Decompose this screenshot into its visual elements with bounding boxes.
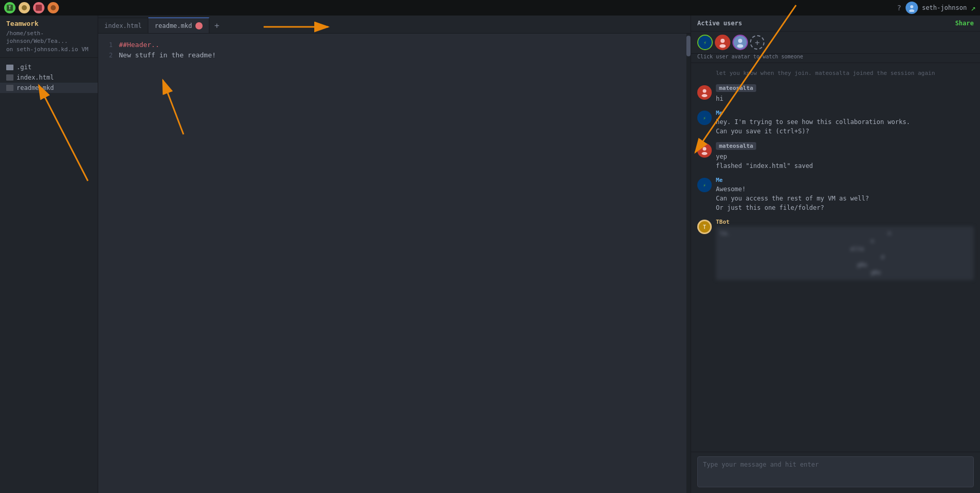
svg-text:⚡: ⚡ bbox=[703, 116, 706, 121]
folder-icon bbox=[6, 65, 13, 70]
app-icon-yellow[interactable] bbox=[19, 2, 30, 13]
svg-point-15 bbox=[737, 44, 743, 48]
share-arrow-icon[interactable]: ↗ bbox=[971, 3, 976, 13]
topbar: T ? seth-johnson ↗ bbox=[0, 0, 980, 16]
username-display: seth-johnson bbox=[922, 4, 967, 11]
share-button[interactable]: Share bbox=[955, 20, 974, 27]
msg-text-hi: hi bbox=[716, 94, 974, 103]
msg-avatar-me2: ⚡ bbox=[697, 178, 712, 192]
tab-readme-mkd[interactable]: readme.mkd bbox=[148, 18, 209, 33]
chat-message-tbot: T TBot ta. n n bbox=[691, 217, 980, 282]
tab-avatar bbox=[195, 22, 203, 29]
topbar-avatar[interactable] bbox=[906, 2, 918, 14]
topbar-right: ? seth-johnson ↗ bbox=[897, 2, 976, 14]
msg-name-tbot: TBot bbox=[716, 219, 974, 225]
chat-message-yep: mateosalta yepflashed "index.html" saved bbox=[691, 140, 980, 173]
tbot-blurred-content: ta. n n alta bbox=[716, 226, 974, 280]
active-users-label: Active users bbox=[697, 20, 742, 27]
svg-point-22 bbox=[703, 147, 707, 150]
sidebar-item-readme-mkd[interactable]: readme.mkd bbox=[0, 83, 98, 93]
code-line-1: 1 ##Header.. bbox=[98, 40, 691, 50]
chat-message-me2: ⚡ Me Awesome!Can you access the rest of … bbox=[691, 175, 980, 214]
svg-text:⚡: ⚡ bbox=[703, 40, 707, 45]
msg-avatar-tbot: T bbox=[697, 220, 712, 234]
sidebar-title: Teamwork bbox=[6, 20, 91, 27]
svg-point-17 bbox=[703, 89, 707, 93]
sidebar-header: Teamwork /home/seth-johnson/Web/Tea... o… bbox=[0, 16, 98, 58]
chat-header: Active users Share bbox=[691, 16, 980, 32]
msg-avatar-other1 bbox=[697, 85, 712, 100]
svg-point-18 bbox=[702, 94, 708, 97]
svg-point-23 bbox=[702, 152, 708, 155]
svg-point-14 bbox=[738, 39, 742, 43]
chat-input[interactable] bbox=[697, 456, 974, 487]
sender-bubble: mateosalta bbox=[716, 84, 756, 92]
tab-index-html[interactable]: index.html bbox=[98, 18, 148, 33]
svg-text:⚡: ⚡ bbox=[703, 183, 706, 188]
svg-text:T: T bbox=[9, 6, 11, 10]
app-icon-green[interactable]: T bbox=[4, 2, 16, 13]
msg-text-yep: yepflashed "index.html" saved bbox=[716, 152, 974, 171]
chat-message-me1: ⚡ Me hey. I'm trying to see how this col… bbox=[691, 107, 980, 138]
sidebar-item-index-html[interactable]: index.html bbox=[0, 72, 98, 83]
msg-name-other1: mateosalta bbox=[716, 84, 974, 93]
svg-point-2 bbox=[22, 5, 27, 10]
system-message: let you know when they join. mateosalta … bbox=[691, 67, 980, 80]
svg-point-4 bbox=[51, 5, 56, 10]
sender-bubble-2: mateosalta bbox=[716, 142, 756, 150]
editor-content[interactable]: 1 ##Header.. 2 New stuff in the readme! bbox=[98, 34, 691, 493]
app-icon-red[interactable] bbox=[33, 2, 44, 13]
help-icon[interactable]: ? bbox=[897, 4, 901, 12]
file-icon bbox=[6, 74, 13, 81]
chat-messages[interactable]: let you know when they join. mateosalta … bbox=[691, 63, 980, 452]
svg-rect-3 bbox=[36, 5, 42, 11]
tabs-bar: index.html readme.mkd + bbox=[98, 16, 691, 34]
avatar-user3[interactable] bbox=[732, 35, 748, 50]
svg-point-6 bbox=[910, 5, 913, 8]
msg-text-me2: Awesome!Can you access the rest of my VM… bbox=[716, 184, 974, 212]
app-icon-orange[interactable] bbox=[48, 2, 59, 13]
editor-scrollbar[interactable] bbox=[686, 34, 691, 493]
msg-name-me2: Me bbox=[716, 177, 974, 183]
msg-text-me1: hey. I'm trying to see how this collabor… bbox=[716, 117, 974, 136]
msg-avatar-other2 bbox=[697, 143, 712, 158]
editor-area: index.html readme.mkd + 1 ##Header.. 2 N… bbox=[98, 16, 691, 493]
watch-hint: Click user avatar to watch someone bbox=[691, 54, 980, 63]
editor-scrollbar-thumb bbox=[686, 36, 691, 56]
chat-panel: Active users Share ⚡ + Click user avatar… bbox=[691, 16, 980, 493]
avatar-user2[interactable] bbox=[715, 35, 730, 50]
topbar-app-icons: T bbox=[4, 2, 59, 13]
chat-input-area bbox=[691, 452, 980, 493]
file-icon bbox=[6, 85, 13, 91]
tab-add-button[interactable]: + bbox=[209, 18, 225, 33]
svg-text:T: T bbox=[703, 224, 706, 230]
avatar-user1[interactable]: ⚡ bbox=[697, 35, 713, 50]
main-layout: Teamwork /home/seth-johnson/Web/Tea... o… bbox=[0, 16, 980, 493]
avatar-add-button[interactable]: + bbox=[750, 35, 764, 50]
msg-avatar-me1: ⚡ bbox=[697, 111, 712, 125]
sidebar-item-git[interactable]: .git bbox=[0, 62, 98, 72]
code-line-2: 2 New stuff in the readme! bbox=[98, 50, 691, 60]
msg-name-other2: mateosalta bbox=[716, 142, 974, 151]
svg-point-11 bbox=[721, 39, 725, 43]
sidebar-path: /home/seth-johnson/Web/Tea... on seth-jo… bbox=[6, 29, 91, 53]
sidebar-files: .git index.html readme.mkd bbox=[0, 58, 98, 493]
avatars-row: ⚡ + bbox=[691, 32, 980, 54]
msg-name-me1: Me bbox=[716, 110, 974, 116]
sidebar: Teamwork /home/seth-johnson/Web/Tea... o… bbox=[0, 16, 98, 493]
chat-message-hi: mateosalta hi bbox=[691, 82, 980, 105]
svg-point-12 bbox=[719, 44, 726, 48]
